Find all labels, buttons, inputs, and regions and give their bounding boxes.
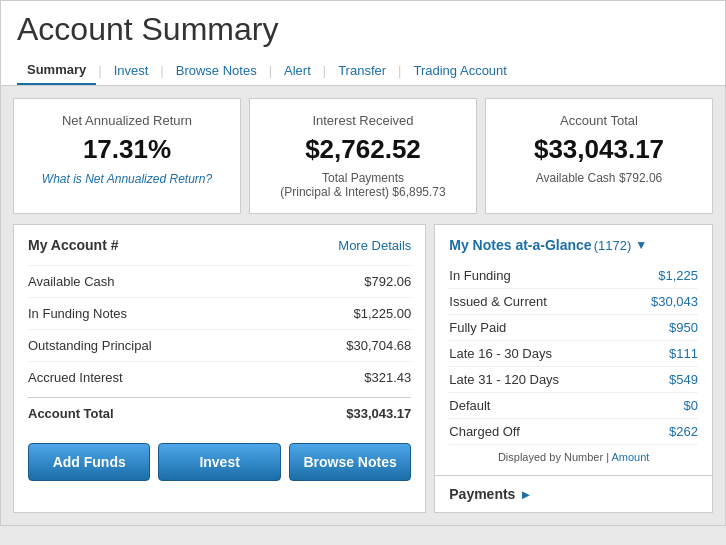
card-interest-sub: Total Payments: [266, 171, 460, 185]
notes-row-issued-label: Issued & Current: [449, 294, 547, 309]
notes-row-chargedoff: Charged Off $262: [449, 419, 698, 445]
notes-row-default: Default $0: [449, 393, 698, 419]
account-panel-title: My Account #: [28, 237, 119, 253]
more-details-link[interactable]: More Details: [338, 238, 411, 253]
notes-row-chargedoff-value: $262: [669, 424, 698, 439]
card-account-total-value: $33,043.17: [502, 134, 696, 165]
card-account-total-sub: Available Cash $792.06: [502, 171, 696, 185]
account-row-total-label: Account Total: [28, 406, 114, 421]
payments-section[interactable]: Payments ►: [434, 476, 713, 513]
account-panel-header: My Account # More Details: [28, 237, 411, 253]
notes-row-late31-label: Late 31 - 120 Days: [449, 372, 559, 387]
notes-row-chargedoff-label: Charged Off: [449, 424, 520, 439]
notes-row-paid: Fully Paid $950: [449, 315, 698, 341]
display-by-label: Displayed by Number: [498, 451, 603, 463]
separator: |: [267, 63, 274, 78]
tab-browse-notes[interactable]: Browse Notes: [166, 57, 267, 84]
summary-cards: Net Annualized Return 17.31% What is Net…: [13, 98, 713, 214]
card-net-return: Net Annualized Return 17.31% What is Net…: [13, 98, 241, 214]
account-row-total-value: $33,043.17: [346, 406, 411, 421]
tab-trading-account[interactable]: Trading Account: [403, 57, 516, 84]
account-row-cash: Available Cash $792.06: [28, 265, 411, 297]
notes-row-late16-value: $111: [669, 346, 698, 361]
account-row-principal: Outstanding Principal $30,704.68: [28, 329, 411, 361]
bottom-row: My Account # More Details Available Cash…: [13, 224, 713, 513]
tab-transfer[interactable]: Transfer: [328, 57, 396, 84]
account-row-cash-value: $792.06: [364, 274, 411, 289]
nav-tabs: Summary | Invest | Browse Notes | Alert …: [17, 56, 709, 85]
account-row-interest-value: $321.43: [364, 370, 411, 385]
card-interest: Interest Received $2,762.52 Total Paymen…: [249, 98, 477, 214]
account-row-principal-value: $30,704.68: [346, 338, 411, 353]
page-header: Account Summary Summary | Invest | Brows…: [1, 1, 725, 86]
card-account-total-label: Account Total: [502, 113, 696, 128]
tab-invest[interactable]: Invest: [104, 57, 159, 84]
notes-row-late16-label: Late 16 - 30 Days: [449, 346, 552, 361]
card-interest-label: Interest Received: [266, 113, 460, 128]
notes-row-in-funding-label: In Funding: [449, 268, 510, 283]
account-row-principal-label: Outstanding Principal: [28, 338, 152, 353]
main-content: Net Annualized Return 17.31% What is Net…: [1, 86, 725, 525]
card-net-return-label: Net Annualized Return: [30, 113, 224, 128]
notes-panel: My Notes at-a-Glance (1172) ▼ In Funding…: [434, 224, 713, 476]
notes-row-paid-label: Fully Paid: [449, 320, 506, 335]
notes-row-late31-value: $549: [669, 372, 698, 387]
card-interest-value: $2,762.52: [266, 134, 460, 165]
notes-row-late16: Late 16 - 30 Days $111: [449, 341, 698, 367]
tab-summary[interactable]: Summary: [17, 56, 96, 85]
account-row-cash-label: Available Cash: [28, 274, 114, 289]
account-row-interest-label: Accrued Interest: [28, 370, 123, 385]
notes-row-default-value: $0: [684, 398, 698, 413]
account-row-funding: In Funding Notes $1,225.00: [28, 297, 411, 329]
separator: |: [96, 63, 103, 78]
display-amount-link[interactable]: Amount: [611, 451, 649, 463]
notes-row-late31: Late 31 - 120 Days $549: [449, 367, 698, 393]
what-is-link[interactable]: What is Net Annualized Return?: [42, 172, 212, 186]
account-row-funding-value: $1,225.00: [353, 306, 411, 321]
notes-row-paid-value: $950: [669, 320, 698, 335]
account-panel: My Account # More Details Available Cash…: [13, 224, 426, 513]
add-funds-button[interactable]: Add Funds: [28, 443, 150, 481]
account-row-interest: Accrued Interest $321.43: [28, 361, 411, 393]
separator: |: [158, 63, 165, 78]
payments-arrow-icon: ►: [519, 487, 532, 502]
payments-label: Payments: [449, 486, 515, 502]
browse-notes-button[interactable]: Browse Notes: [289, 443, 411, 481]
card-account-total: Account Total $33,043.17 Available Cash …: [485, 98, 713, 214]
notes-panel-header: My Notes at-a-Glance (1172) ▼: [449, 237, 698, 253]
account-row-total: Account Total $33,043.17: [28, 397, 411, 429]
action-buttons: Add Funds Invest Browse Notes: [28, 443, 411, 481]
separator: |: [321, 63, 328, 78]
notes-count: (1172): [594, 238, 632, 253]
notes-row-default-label: Default: [449, 398, 490, 413]
notes-row-issued-value: $30,043: [651, 294, 698, 309]
notes-row-in-funding-value: $1,225: [658, 268, 698, 283]
account-row-funding-label: In Funding Notes: [28, 306, 127, 321]
card-net-return-value: 17.31%: [30, 134, 224, 165]
separator: |: [396, 63, 403, 78]
dropdown-icon[interactable]: ▼: [635, 238, 647, 252]
invest-button[interactable]: Invest: [158, 443, 280, 481]
notes-display-footer: Displayed by Number | Amount: [449, 451, 698, 463]
tab-alert[interactable]: Alert: [274, 57, 321, 84]
notes-row-issued: Issued & Current $30,043: [449, 289, 698, 315]
notes-panel-title: My Notes at-a-Glance: [449, 237, 591, 253]
notes-row-in-funding: In Funding $1,225: [449, 263, 698, 289]
page-wrapper: Account Summary Summary | Invest | Brows…: [0, 0, 726, 526]
page-title: Account Summary: [17, 11, 709, 48]
card-interest-sub2: (Principal & Interest) $6,895.73: [266, 185, 460, 199]
